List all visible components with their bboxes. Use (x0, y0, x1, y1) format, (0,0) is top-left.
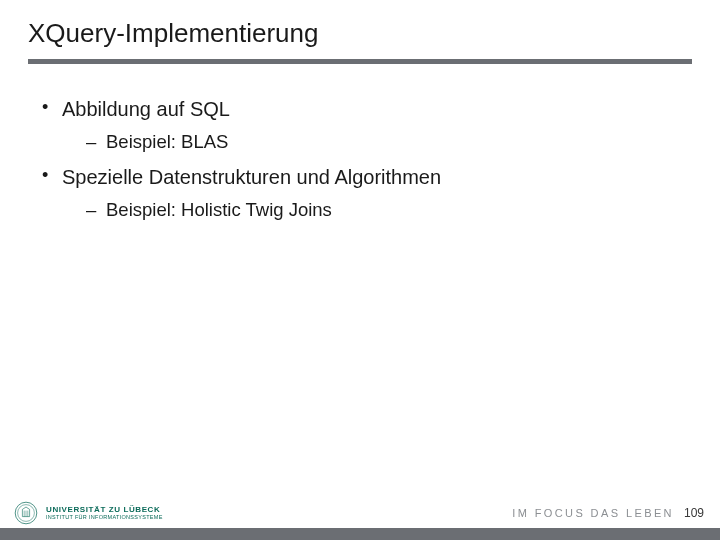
bullet-list: Abbildung auf SQL Beispiel: BLAS Speziel… (40, 94, 680, 224)
footer-right: IM FOCUS DAS LEBEN 109 (512, 506, 704, 520)
footer-bar (0, 528, 720, 540)
bullet-sublist: Beispiel: Holistic Twig Joins (62, 196, 680, 224)
university-text: UNIVERSITÄT ZU LÜBECK INSTITUT FÜR INFOR… (46, 506, 163, 521)
list-item: Abbildung auf SQL Beispiel: BLAS (40, 94, 680, 156)
motto-text: IM FOCUS DAS LEBEN (512, 507, 674, 519)
university-seal-icon (14, 501, 38, 525)
bullet-sublist: Beispiel: BLAS (62, 128, 680, 156)
list-item: Beispiel: BLAS (84, 128, 680, 156)
footer-left: UNIVERSITÄT ZU LÜBECK INSTITUT FÜR INFOR… (14, 501, 163, 525)
university-name: UNIVERSITÄT ZU LÜBECK (46, 506, 163, 514)
institute-name: INSTITUT FÜR INFORMATIONSSYSTEME (46, 515, 163, 521)
title-divider (28, 59, 692, 64)
title-area: XQuery-Implementierung (0, 0, 720, 72)
slide: XQuery-Implementierung Abbildung auf SQL… (0, 0, 720, 540)
bullet-text: Beispiel: Holistic Twig Joins (106, 199, 332, 220)
list-item: Beispiel: Holistic Twig Joins (84, 196, 680, 224)
content-area: Abbildung auf SQL Beispiel: BLAS Speziel… (0, 72, 720, 540)
footer-content: UNIVERSITÄT ZU LÜBECK INSTITUT FÜR INFOR… (0, 498, 720, 528)
page-number: 109 (684, 506, 704, 520)
list-item: Spezielle Datenstrukturen und Algorithme… (40, 162, 680, 224)
slide-title: XQuery-Implementierung (28, 18, 692, 49)
bullet-text: Beispiel: BLAS (106, 131, 228, 152)
bullet-text: Spezielle Datenstrukturen und Algorithme… (62, 166, 441, 188)
footer: UNIVERSITÄT ZU LÜBECK INSTITUT FÜR INFOR… (0, 498, 720, 540)
bullet-text: Abbildung auf SQL (62, 98, 230, 120)
